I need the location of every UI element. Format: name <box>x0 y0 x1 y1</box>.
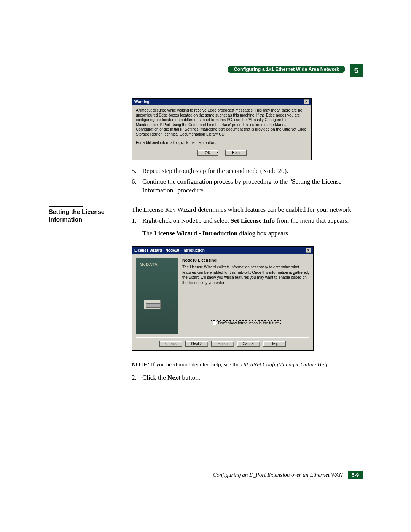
step-number: 6. <box>132 177 139 195</box>
step-text: Continue the configuration process by pr… <box>142 177 363 195</box>
step-text: Right-click on Node10 and select Set Lic… <box>142 217 349 225</box>
wizard-sidebar-image: McDATA <box>136 258 178 334</box>
step-text: Repeat step through step for the second … <box>142 167 288 176</box>
section-ribbon: Configuring a 1x1 Ethernet Wide Area Net… <box>228 66 345 73</box>
wizard-body-text: The License Wizard collects information … <box>182 265 309 285</box>
note-text-a: If you need more detailed help, see the <box>151 361 241 367</box>
note-block: NOTE: If you need more detailed help, se… <box>132 360 363 369</box>
subsection-title: Setting the License Information <box>49 209 105 223</box>
warning-dialog: Warning! x A timeout occured while waiti… <box>132 98 312 160</box>
page-number: 5-9 <box>348 471 363 479</box>
dialog-titlebar: Warning! x <box>132 99 311 105</box>
step-text: Click the Next button. <box>142 374 200 382</box>
step-5: 5. Repeat step through step for the seco… <box>132 167 363 176</box>
license-wizard-dialog: License Wizard - Node10 - Introduction x… <box>132 246 314 351</box>
wizard-heading: Node10 Licensing <box>182 258 309 262</box>
device-icon <box>144 300 161 309</box>
dialog-body: A timeout occured while waiting to recei… <box>132 105 311 147</box>
note-text-italic: UltraNet ConfigManager Online Help <box>241 361 328 367</box>
step-number: 2. <box>132 374 139 382</box>
close-icon[interactable]: x <box>304 99 309 104</box>
warning-text-1: A timeout occured while waiting to recei… <box>136 108 307 137</box>
note-label: NOTE: <box>132 361 151 367</box>
help-button[interactable]: Help <box>225 150 247 156</box>
checkbox-input[interactable] <box>213 321 217 325</box>
page-content: Configuring a 1x1 Ethernet Wide Area Net… <box>49 63 363 385</box>
checkbox-label: Don't show Introduction in the future <box>218 321 279 325</box>
close-icon[interactable]: x <box>306 248 311 253</box>
wizard-titlebar: License Wizard - Node10 - Introduction x <box>132 247 313 254</box>
mcdata-logo: McDATA <box>136 258 178 267</box>
step-2: 2. Click the Next button. <box>132 374 363 382</box>
back-button: < Back <box>159 341 182 347</box>
dont-show-checkbox[interactable]: Don't show Introduction in the future <box>211 320 281 326</box>
help-button[interactable]: Help <box>263 341 286 347</box>
page-footer: Configuring an E_Port Extension over an … <box>49 468 363 479</box>
finish-button: Finish <box>211 341 234 347</box>
step-1: 1. Right-click on Node10 and select Set … <box>132 217 363 225</box>
wizard-title-text: License Wizard - Node10 - Introduction <box>134 248 205 252</box>
footer-title: Configuring an E_Port Extension over an … <box>213 472 342 478</box>
chapter-number: 5 <box>350 64 363 77</box>
section-intro: The License Key Wizard determines which … <box>132 206 363 214</box>
cancel-button[interactable]: Cancel <box>237 341 260 347</box>
result-text: The License Wizard - Introduction dialog… <box>142 229 363 238</box>
subsection-heading: Setting the License Information <box>49 206 125 238</box>
step-number: 1. <box>132 217 139 225</box>
note-text-b: . <box>328 361 330 367</box>
warning-text-2: For additional information, click the He… <box>136 141 307 145</box>
top-rule <box>49 63 363 63</box>
ok-button[interactable]: OK <box>197 150 218 156</box>
step-number: 5. <box>132 167 139 176</box>
next-button[interactable]: Next > <box>185 341 208 347</box>
header-row: Configuring a 1x1 Ethernet Wide Area Net… <box>49 66 363 77</box>
step-6: 6. Continue the configuration process by… <box>132 177 363 195</box>
dialog-title-text: Warning! <box>134 100 151 104</box>
